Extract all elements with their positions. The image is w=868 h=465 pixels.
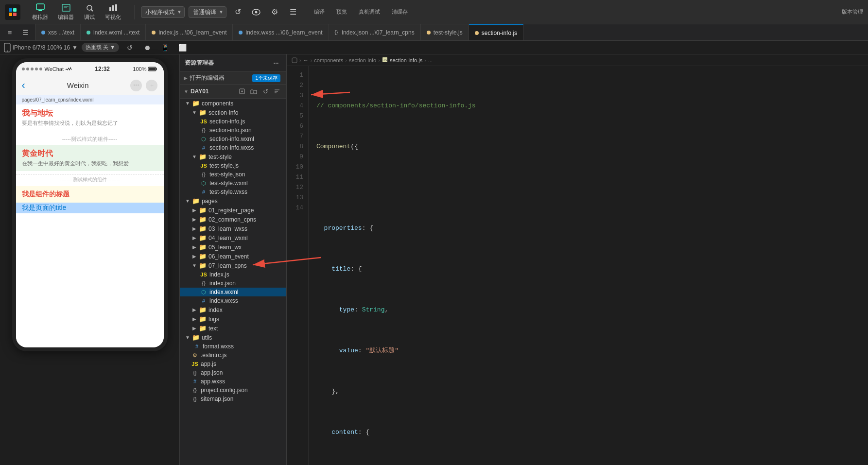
phone-more-btn[interactable]: ••• (130, 80, 142, 91)
toolbar-sep-1 (135, 5, 135, 19)
code-line-2: Component({ (316, 141, 868, 152)
properties-key: properties (324, 223, 362, 233)
tree-item-06[interactable]: ▶ 📁 06_learn_event (180, 252, 286, 261)
tree-item-section-info-wxml[interactable]: ⬡ section-info.wxml (180, 135, 286, 143)
line-num-1: 1 (287, 70, 303, 80)
breadcrumb-back[interactable]: ← (303, 57, 309, 63)
tab-dot-js (152, 31, 156, 34)
tab-xss-text[interactable]: xss ...\text (35, 24, 81, 41)
record-status-btn[interactable]: ⏺ (140, 41, 154, 54)
wxss-icon-format: # (192, 344, 201, 349)
phone-url-bar: pages/07_learn_cpns/index.wxml (16, 95, 164, 104)
debug-button[interactable]: 调试 (80, 1, 99, 22)
phone-back-btn[interactable]: ‹ (22, 79, 25, 92)
tree-item-app-wxss[interactable]: # app.wxss (180, 377, 286, 386)
tree-item-02[interactable]: ▶ 📁 02_common_cpns (180, 215, 286, 224)
json-icon-project: {} (191, 387, 199, 393)
tab-index-wxml-text[interactable]: index.wxml ...\text (81, 24, 146, 41)
preview-label[interactable]: 预览 (336, 8, 347, 16)
tree-item-05[interactable]: ▶ 📁 05_learn_wx (180, 242, 286, 252)
folder-icon-05: 📁 (198, 243, 207, 251)
tab-section-info-js[interactable]: section-info.js (469, 24, 523, 41)
label-app-js: app.js (201, 361, 216, 367)
tree-item-03[interactable]: ▶ 📁 03_learn_wxss (180, 224, 286, 233)
tree-item-utils[interactable]: ▼ 📁 utils (180, 333, 286, 342)
tree-item-app-json[interactable]: {} app.json (180, 368, 286, 377)
tree-item-eslint[interactable]: ⚙ .eslintrc.js (180, 351, 286, 360)
tree-item-pages[interactable]: ▼ 📁 pages (180, 196, 286, 206)
breadcrumb-dots[interactable]: ... (428, 57, 433, 63)
gutter-icon-1[interactable]: ≡ (3, 26, 17, 39)
tree-item-app-js[interactable]: JS app.js (180, 360, 286, 368)
phone-status-btn[interactable]: 📱 (158, 41, 172, 54)
tree-item-07-index-js[interactable]: JS index.js (180, 270, 286, 279)
tree-item-section-info-wxss[interactable]: # section-info.wxss (180, 143, 286, 152)
tab-index-js-event[interactable]: index.js ...\06_learn_event (146, 24, 233, 41)
refresh-button[interactable]: ↺ (230, 5, 245, 19)
tree-item-07-index-json[interactable]: {} index.json (180, 279, 286, 288)
brace-close-8: }, (331, 386, 339, 396)
tree-item-07-index-wxss[interactable]: # index.wxss (180, 296, 286, 305)
tree-item-test-style-wxss[interactable]: # test-style.wxss (180, 188, 286, 196)
device-selector[interactable]: iPhone 6/7/8 100% 16 ▼ (4, 43, 78, 52)
tree-item-07-index-wxml[interactable]: ⬡ index.wxml (180, 288, 286, 296)
tree-item-logs[interactable]: ▶ 📁 logs (180, 314, 286, 324)
gutter-icon-2[interactable]: ☰ (18, 26, 32, 39)
editor-button[interactable]: 编辑器 (54, 1, 78, 22)
paren-open: ( (350, 141, 354, 152)
visualize-button[interactable]: 可视化 (101, 1, 125, 22)
tree-item-07[interactable]: ▼ 📁 07_learn_cpns (180, 261, 286, 270)
compile-select[interactable]: 普通编译 (189, 6, 226, 18)
breadcrumb-section-info[interactable]: section-info (349, 57, 376, 63)
tree-item-components[interactable]: ▼ 📁 components (180, 99, 286, 108)
js-icon-07-index: JS (199, 272, 208, 277)
simulator-button[interactable]: 模拟器 (28, 1, 52, 22)
real-test-label[interactable]: 真机调试 (359, 8, 380, 16)
tree-item-format-wxss[interactable]: # format.wxss (180, 342, 286, 351)
eye-button[interactable] (249, 5, 263, 19)
line-num-9: 9 (287, 152, 303, 162)
version-label[interactable]: 版本管理 (842, 8, 863, 16)
json-icon-sitemap: {} (191, 396, 199, 402)
status-bar: iPhone 6/7/8 100% 16 ▼ 热重载 关 ▼ ↺ ⏺ 📱 ⬜ (0, 41, 868, 54)
breadcrumb-components[interactable]: components (314, 57, 343, 63)
tree-item-section-info-json[interactable]: {} section-info.json (180, 126, 286, 135)
hot-reload-badge[interactable]: 热重载 关 ▼ (82, 43, 119, 52)
upload-label[interactable]: 清缓存 (392, 8, 408, 16)
refresh-status-btn[interactable]: ↺ (123, 41, 137, 54)
tree-item-section-info[interactable]: ▼ 📁 section-info (180, 108, 286, 117)
tab-test-style-js[interactable]: test-style.js (421, 24, 469, 41)
tree-item-test-style-js[interactable]: JS test-style.js (180, 161, 286, 170)
tab-dot-wxml (87, 31, 90, 34)
tree-item-04[interactable]: ▶ 📁 04_learn_wxml (180, 233, 286, 242)
tree-item-text[interactable]: ▶ 📁 text (180, 324, 286, 333)
breadcrumb-file[interactable]: section-info.js (390, 57, 422, 63)
tab-index-json-cpns[interactable]: {} index.json ...\07_learn_cpns (329, 24, 421, 41)
tab-index-wxss-event[interactable]: index.wxss ...\06_learn_event (233, 24, 329, 41)
phone-nav-icons: ••• + (130, 80, 157, 91)
compile-label[interactable]: 编译 (314, 8, 325, 16)
code-content[interactable]: // components/section-info/section-info.… (309, 66, 868, 465)
tree-item-section-info-js[interactable]: JS section-info.js (180, 117, 286, 126)
mode-select[interactable]: 小程序模式 (141, 6, 185, 18)
new-folder-btn[interactable] (248, 86, 259, 97)
tree-item-project-config[interactable]: {} project.config.json (180, 386, 286, 395)
tree-item-test-style-json[interactable]: {} test-style.json (180, 170, 286, 179)
phone-add-btn[interactable]: + (146, 80, 157, 91)
settings-button[interactable]: ⚙ (267, 5, 282, 19)
new-file-btn[interactable] (237, 86, 247, 97)
tree-item-01[interactable]: ▶ 📁 01_register_page (180, 206, 286, 215)
tree-item-index[interactable]: ▶ 📁 index (180, 305, 286, 314)
layout-status-btn[interactable]: ⬜ (175, 41, 189, 54)
tree-item-sitemap[interactable]: {} sitemap.json (180, 395, 286, 403)
label-section-info-js: section-info.js (209, 118, 245, 125)
tree-item-test-style[interactable]: ▼ 📁 test-style (180, 152, 286, 161)
tree-item-test-style-wxml[interactable]: ⬡ test-style.wxml (180, 179, 286, 188)
collapse-all-btn[interactable] (272, 86, 282, 97)
more-options-btn[interactable]: ··· (271, 58, 281, 69)
menu-button[interactable]: ☰ (286, 5, 300, 19)
arrow-index: ▶ (191, 307, 198, 312)
indent-8 (316, 386, 331, 396)
refresh-explorer-btn[interactable]: ↺ (260, 86, 271, 97)
compile-select-wrapper: 普通编译 ▼ (189, 6, 226, 18)
